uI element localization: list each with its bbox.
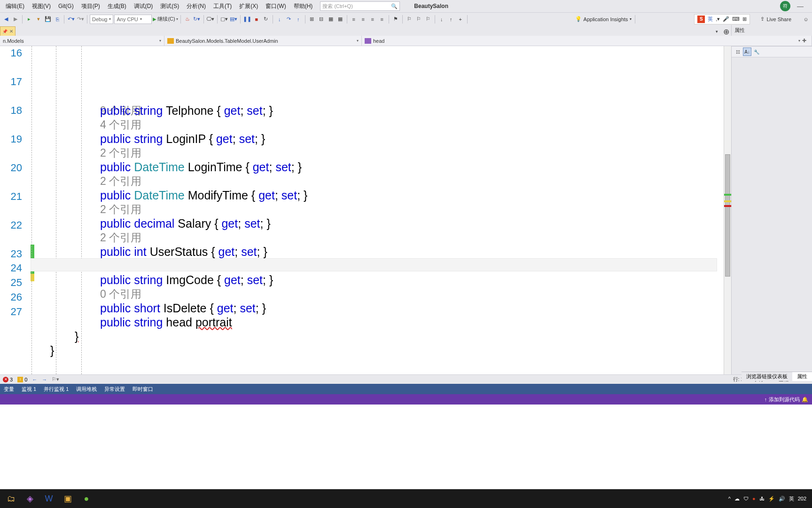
- prop-cat-icon[interactable]: ☷: [734, 48, 742, 56]
- ime-mic-icon[interactable]: 🎤: [723, 16, 729, 22]
- tray-shield-icon[interactable]: 🛡: [743, 496, 749, 501]
- nav1-icon[interactable]: ↓: [437, 15, 446, 24]
- explorer-icon[interactable]: 🗂: [2, 489, 21, 508]
- nav2-icon[interactable]: ↑: [447, 15, 455, 24]
- format2-icon[interactable]: ⊟: [317, 15, 326, 24]
- menu-project[interactable]: 项目(P): [78, 0, 104, 12]
- sogou-icon[interactable]: S: [697, 16, 705, 23]
- prop-az-icon[interactable]: A↓: [743, 48, 751, 56]
- hot-reload-icon[interactable]: ♨: [183, 15, 192, 24]
- properties-tab-header[interactable]: 属性: [731, 25, 812, 36]
- format1-icon[interactable]: ⊞: [308, 15, 316, 24]
- tray-time[interactable]: 202: [798, 496, 806, 501]
- debug-tab-parallel[interactable]: 并行监视 1: [40, 384, 72, 394]
- open-icon[interactable]: ▾: [34, 15, 43, 24]
- tray-cloud-icon[interactable]: ☁: [734, 496, 740, 502]
- tray-volume-icon[interactable]: 🔊: [779, 496, 785, 502]
- undo-icon[interactable]: ↶▾: [67, 15, 75, 24]
- debug-tab-watch[interactable]: 监视 1: [18, 384, 40, 394]
- feedback-icon[interactable]: ☺: [802, 15, 810, 24]
- live-share-button[interactable]: Live Share: [766, 16, 791, 22]
- menu-analyze[interactable]: 分析(N): [183, 0, 210, 12]
- doc-icon[interactable]: ▤▾: [229, 15, 238, 24]
- tray-chevron-icon[interactable]: ^: [728, 496, 731, 501]
- tab-browser-link[interactable]: 浏览器链接仪表板: [742, 372, 792, 381]
- vertical-scrollbar[interactable]: [724, 46, 731, 374]
- avatar[interactable]: 符: [780, 1, 790, 11]
- app-insights-button[interactable]: Application Insights: [584, 16, 628, 22]
- error-next-icon[interactable]: →: [42, 377, 47, 382]
- box-icon[interactable]: ▢▾: [220, 15, 228, 24]
- save-all-icon[interactable]: ⎘: [53, 15, 62, 24]
- split-icon[interactable]: ✚: [802, 38, 809, 44]
- platform-dropdown[interactable]: Any CPU▾: [114, 15, 152, 24]
- play-icon[interactable]: ▶: [153, 16, 156, 22]
- source-control-icon[interactable]: ↑: [765, 397, 767, 402]
- new-icon[interactable]: ▸: [25, 15, 33, 24]
- prop-wrench-icon[interactable]: 🔧: [752, 48, 761, 56]
- redo-icon[interactable]: ↷▾: [76, 15, 85, 24]
- add-source-button[interactable]: 添加到源代码: [769, 396, 800, 403]
- uncomment-icon[interactable]: ≡: [378, 15, 386, 24]
- ime-comma-icon[interactable]: ,▾: [716, 16, 720, 22]
- ime-kb-icon[interactable]: ⌨: [732, 16, 740, 22]
- menu-debug[interactable]: 调试(D): [130, 0, 157, 12]
- pause-icon[interactable]: ❚❚: [243, 15, 251, 24]
- tray-battery-icon[interactable]: ⚡: [768, 496, 775, 502]
- menu-tools[interactable]: 工具(T): [210, 0, 235, 12]
- stop-icon[interactable]: ■: [252, 15, 261, 24]
- step-out-icon[interactable]: ↑: [294, 15, 303, 24]
- format3-icon[interactable]: ▦: [327, 15, 335, 24]
- bm3-icon[interactable]: ⚐: [424, 15, 432, 24]
- error-prev-icon[interactable]: ←: [32, 377, 37, 382]
- config-dropdown[interactable]: Debug▾: [90, 15, 113, 24]
- menu-view[interactable]: 视图(V): [28, 0, 55, 12]
- bm1-icon[interactable]: ⚐: [405, 15, 414, 24]
- browser-icon[interactable]: ●: [77, 489, 96, 508]
- tray-network-icon[interactable]: 🖧: [759, 496, 765, 501]
- scrollbar-thumb[interactable]: [725, 154, 730, 277]
- menu-window[interactable]: 窗口(W): [262, 0, 289, 12]
- ime-grid-icon[interactable]: ⊞: [742, 16, 747, 22]
- browser-icon[interactable]: 🖵▾: [206, 15, 215, 24]
- indent-icon[interactable]: ≡: [350, 15, 358, 24]
- nav-project-dropdown[interactable]: n.Models▾: [0, 36, 164, 46]
- menu-test[interactable]: 测试(S): [156, 0, 183, 12]
- outdent-icon[interactable]: ≡: [359, 15, 367, 24]
- back-icon[interactable]: ◀: [2, 15, 10, 24]
- code-editor[interactable]: 9 个引用public string Telphone { get; set; …: [31, 46, 724, 374]
- menu-extensions[interactable]: 扩展(X): [235, 0, 262, 12]
- restart2-icon[interactable]: ↻: [262, 15, 270, 24]
- debug-tab-immediate[interactable]: 即时窗口: [129, 384, 157, 394]
- nav-member-dropdown[interactable]: head▾ ✚: [362, 36, 812, 46]
- nav3-icon[interactable]: +: [456, 15, 465, 24]
- tray-lang[interactable]: 英: [789, 495, 794, 502]
- menu-help[interactable]: 帮助(H): [290, 0, 317, 12]
- warning-count[interactable]: !0: [17, 377, 27, 382]
- search-input[interactable]: 搜索 (Ctrl+Q) 🔍: [320, 1, 400, 11]
- tab-maximize-icon[interactable]: ⊕: [722, 27, 730, 36]
- pin-icon[interactable]: 📌: [2, 29, 8, 34]
- error-count[interactable]: ✕3: [3, 377, 13, 382]
- bookmark-icon[interactable]: ⚑: [391, 15, 400, 24]
- debug-tab-vars[interactable]: 变量: [0, 384, 18, 394]
- error-filter-icon[interactable]: ⚐▾: [52, 376, 59, 382]
- tab-properties[interactable]: 属性: [792, 372, 812, 381]
- tab-dropdown-icon[interactable]: ▾: [712, 27, 721, 36]
- nav-class-dropdown[interactable]: BeautySalon.Models.TableModel.UserAdmin▾: [164, 36, 362, 46]
- ime-lang[interactable]: 英: [708, 16, 713, 23]
- vs-icon[interactable]: ◈: [21, 489, 39, 508]
- continue-button[interactable]: 继续(C): [157, 16, 175, 23]
- format4-icon[interactable]: ▦: [336, 15, 344, 24]
- save-icon[interactable]: 💾: [44, 15, 52, 24]
- bell-icon[interactable]: 🔔: [802, 397, 808, 403]
- forward-icon[interactable]: ▶: [11, 15, 20, 24]
- word-icon[interactable]: W: [39, 489, 58, 508]
- file-tab[interactable]: 📌 ✕: [0, 26, 16, 36]
- comment-icon[interactable]: ≡: [368, 15, 377, 24]
- bm2-icon[interactable]: ⚐: [414, 15, 423, 24]
- menu-git[interactable]: Git(G): [55, 1, 78, 11]
- solution-name[interactable]: BeautySalon: [409, 2, 453, 10]
- debug-tab-exceptions[interactable]: 异常设置: [101, 384, 129, 394]
- close-icon[interactable]: ✕: [9, 29, 13, 34]
